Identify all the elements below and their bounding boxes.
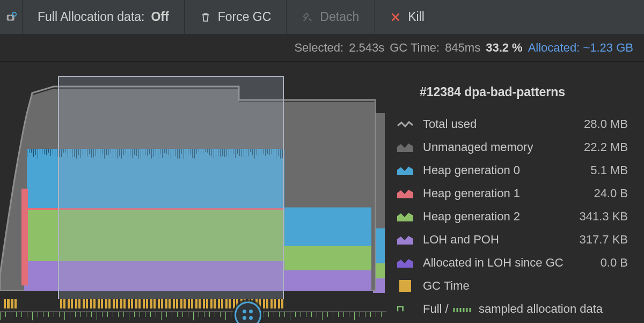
full-allocation-toggle[interactable]: Full Allocation data: Off: [23, 0, 185, 34]
gen0-value: 5.1 MB: [590, 163, 628, 177]
gc-time-label: GC Time: [423, 279, 628, 293]
gen1-label: Heap generation 1: [423, 186, 594, 200]
gc-time-value: 845ms: [445, 41, 480, 55]
gen0-label: Heap generation 0: [423, 163, 590, 177]
loh-swatch-icon: [397, 234, 413, 246]
close-x-icon: [390, 11, 401, 23]
allocated-text: Allocated: ~1.23 GB: [528, 41, 633, 55]
grid-icon: [243, 310, 253, 320]
loh-value: 317.7 KB: [579, 233, 628, 247]
legend-row-gc-time[interactable]: GC Time: [397, 274, 628, 297]
chart-panel[interactable]: [0, 62, 386, 323]
legend-row-total-used[interactable]: Total used28.0 MB: [397, 112, 628, 135]
gc-time-swatch-icon: [397, 280, 413, 292]
legend-row-loh[interactable]: LOH and POH317.7 KB: [397, 228, 628, 251]
gc-time-label: GC Time:: [390, 41, 440, 55]
unmanaged-label: Unmanaged memory: [423, 140, 584, 154]
gc-tick-row: [0, 298, 376, 310]
selected-label: Selected:: [294, 41, 343, 55]
content-area: #12384 dpa-bad-patterns Total used28.0 M…: [0, 62, 644, 323]
allocation-state: Off: [151, 10, 169, 24]
legend-panel: #12384 dpa-bad-patterns Total used28.0 M…: [386, 62, 644, 323]
legend-row-gen0[interactable]: Heap generation 05.1 MB: [397, 159, 628, 182]
loh-since-swatch-icon: [397, 257, 413, 269]
detach-button: Detach: [287, 0, 375, 34]
gen0-swatch-icon: [397, 164, 413, 176]
loh-since-value: 0.0 B: [601, 256, 628, 270]
kill-button[interactable]: Kill: [375, 0, 440, 34]
legend-row-gen1[interactable]: Heap generation 124.0 B: [397, 182, 628, 205]
svg-point-2: [12, 12, 16, 16]
legend-row-sampled[interactable]: Full / sampled allocation data: [397, 297, 628, 320]
gen2-label: Heap generation 2: [423, 210, 579, 224]
gen2-swatch-icon: [397, 211, 413, 222]
status-bar: Selected: 2.543s GC Time: 845ms 33.2 % A…: [0, 34, 644, 62]
settings-button[interactable]: [0, 0, 23, 34]
sampled-swatch-icon: [397, 303, 413, 315]
gc-percent: 33.2 %: [486, 41, 523, 55]
legend-row-gen2[interactable]: Heap generation 2341.3 KB: [397, 205, 628, 228]
time-selection[interactable]: [58, 76, 284, 299]
camera-gear-icon: [5, 11, 17, 23]
gen1-swatch-icon: [397, 188, 413, 199]
session-title: #12384 dpa-bad-patterns: [397, 85, 628, 99]
total-used-swatch-icon: [397, 118, 413, 130]
legend-row-unmanaged[interactable]: Unmanaged memory22.2 MB: [397, 135, 628, 159]
legend-row-loh-since[interactable]: Allocated in LOH since GC0.0 B: [397, 251, 628, 274]
loh-label: LOH and POH: [423, 233, 579, 247]
total-used-label: Total used: [423, 117, 584, 131]
unmanaged-value: 22.2 MB: [584, 140, 628, 154]
selected-time: 2.543s: [349, 41, 384, 55]
trash-icon: [200, 11, 211, 23]
allocation-label: Full Allocation data:: [38, 10, 144, 24]
unmanaged-swatch-icon: [397, 141, 413, 153]
svg-point-1: [8, 16, 12, 19]
total-used-value: 28.0 MB: [584, 117, 628, 131]
time-axis: [0, 311, 386, 323]
toolbar: Full Allocation data: Off Force GC Detac…: [0, 0, 644, 34]
gen2-value: 341.3 KB: [579, 210, 628, 224]
sampled-label: Full / sampled allocation data: [423, 302, 628, 316]
loh-since-label: Allocated in LOH since GC: [423, 256, 601, 270]
unplug-icon: [302, 11, 313, 23]
force-gc-button[interactable]: Force GC: [185, 0, 287, 34]
gen1-value: 24.0 B: [594, 186, 628, 200]
